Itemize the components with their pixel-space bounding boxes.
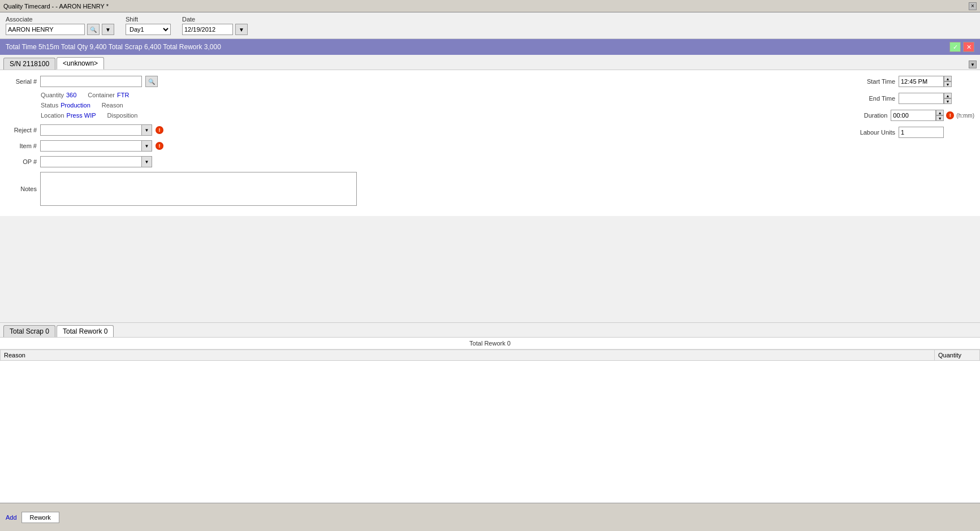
col-quantity: Quantity (935, 350, 980, 361)
associate-group: Associate 🔍 ▼ (6, 16, 114, 35)
reject-input-group: ▼ (40, 124, 152, 136)
location-pair: Location Press WIP (41, 112, 96, 119)
item-row: Item # ▼ ! (6, 140, 839, 152)
item-dropdown-btn[interactable]: ▼ (142, 140, 152, 152)
rework-button[interactable]: Rework (21, 512, 59, 523)
rework-table-container: Total Rework 0 Reason Quantity (0, 338, 980, 503)
col-reason: Reason (1, 350, 935, 361)
duration-row: Duration ▲ ▼ ! (h:mm) (850, 110, 974, 121)
end-time-up[interactable]: ▲ (944, 93, 952, 98)
start-time-group: ▲ ▼ (899, 76, 952, 87)
main-content: Serial # 🔍 Quantity 360 Container FTR St… (0, 70, 980, 216)
add-link[interactable]: Add (6, 514, 17, 521)
op-input[interactable] (40, 156, 142, 167)
serial-input[interactable] (40, 76, 142, 87)
info-row-3: Location Press WIP Disposition (41, 112, 839, 119)
duration-hint: (h:mm) (956, 113, 974, 119)
serial-search-button[interactable]: 🔍 (145, 76, 158, 87)
tab-sn2118100[interactable]: S/N 2118100 (3, 58, 55, 70)
footer: Add Rework (0, 503, 980, 531)
start-time-down[interactable]: ▼ (944, 81, 952, 87)
labour-input[interactable] (899, 127, 944, 138)
start-time-row: Start Time ▲ ▼ (850, 76, 974, 87)
notes-label: Notes (6, 185, 37, 192)
duration-down[interactable]: ▼ (936, 115, 944, 121)
window-title: Quality Timecard - - AARON HENRY * (3, 3, 109, 10)
duration-input[interactable] (891, 110, 936, 121)
total-scrap-tab[interactable]: Total Scrap 0 (3, 325, 55, 337)
end-time-group: ▲ ▼ (899, 93, 952, 104)
rework-title: Total Rework 0 (0, 338, 980, 349)
labour-label: Labour Units (850, 129, 895, 136)
start-time-input[interactable] (899, 76, 944, 87)
summary-bar: Total Time 5h15m Total Qty 9,400 Total S… (0, 39, 980, 55)
total-rework-tab[interactable]: Total Rework 0 (57, 325, 114, 337)
date-group: Date ▼ (182, 16, 248, 35)
info-row-1: Quantity 360 Container FTR (41, 92, 839, 98)
associate-input[interactable] (6, 24, 85, 35)
bottom-tabs: Total Scrap 0 Total Rework 0 (0, 323, 980, 338)
shift-select[interactable]: Day1 (126, 24, 171, 35)
notes-textarea[interactable] (40, 172, 357, 206)
reject-label: Reject # (6, 127, 37, 133)
close-summary-button[interactable]: ✕ (963, 42, 974, 52)
form-left: Serial # 🔍 Quantity 360 Container FTR St… (6, 76, 839, 210)
quantity-value[interactable]: 360 (66, 92, 76, 98)
duration-required-icon: ! (946, 111, 954, 119)
close-button[interactable]: × (969, 2, 977, 10)
container-value[interactable]: FTR (117, 92, 129, 98)
tab-unknown[interactable]: <unknown> (57, 57, 104, 70)
reject-dropdown-btn[interactable]: ▼ (142, 124, 152, 136)
notes-row: Notes (6, 172, 839, 206)
end-time-down[interactable]: ▼ (944, 98, 952, 104)
end-time-spinner: ▲ ▼ (944, 93, 952, 104)
duration-spinner: ▲ ▼ (936, 110, 944, 121)
status-pair: Status Production (41, 102, 90, 109)
date-dropdown-icon[interactable]: ▼ (235, 24, 248, 35)
shift-group: Shift Day1 (126, 16, 171, 35)
op-row: OP # ▼ (6, 156, 839, 167)
reject-row: Reject # ▼ ! (6, 124, 839, 136)
item-input[interactable] (40, 140, 142, 152)
op-dropdown-btn[interactable]: ▼ (142, 156, 152, 167)
tab-strip: S/N 2118100 <unknown> ▼ (0, 55, 980, 70)
date-input[interactable] (182, 24, 233, 35)
disposition-key: Disposition (107, 112, 138, 119)
save-button[interactable]: ✓ (949, 42, 961, 52)
associate-dropdown-icon[interactable]: ▼ (102, 24, 114, 35)
end-time-label: End Time (850, 95, 895, 102)
form-right: Start Time ▲ ▼ End Time ▲ ▼ Durati (850, 76, 974, 210)
serial-row: Serial # 🔍 (6, 76, 839, 87)
status-value[interactable]: Production (61, 102, 90, 109)
shift-label: Shift (126, 16, 171, 23)
container-pair: Container FTR (88, 92, 129, 98)
bottom-section: Total Scrap 0 Total Rework 0 Total Rewor… (0, 322, 980, 503)
reject-required-icon: ! (156, 126, 163, 134)
end-time-input[interactable] (899, 93, 944, 104)
item-required-icon: ! (156, 142, 163, 150)
end-time-row: End Time ▲ ▼ (850, 93, 974, 104)
start-time-label: Start Time (850, 78, 895, 85)
rework-data-table: Reason Quantity (0, 349, 980, 361)
associate-label: Associate (6, 16, 114, 23)
quantity-pair: Quantity 360 (41, 92, 76, 98)
duration-up[interactable]: ▲ (936, 110, 944, 115)
tab-dropdown-arrow[interactable]: ▼ (969, 61, 977, 68)
disposition-pair: Disposition (107, 112, 140, 119)
date-label: Date (182, 16, 248, 23)
labour-row: Labour Units (850, 127, 974, 138)
status-key: Status (41, 102, 58, 109)
duration-group: ▲ ▼ ! (h:mm) (891, 110, 974, 121)
item-input-group: ▼ (40, 140, 152, 152)
associate-search-icon[interactable]: 🔍 (87, 24, 100, 35)
location-value[interactable]: Press WIP (67, 112, 96, 119)
info-row-2: Status Production Reason (41, 102, 839, 109)
location-key: Location (41, 112, 64, 119)
start-time-spinner: ▲ ▼ (944, 76, 952, 87)
op-label: OP # (6, 158, 37, 165)
title-bar: Quality Timecard - - AARON HENRY * × (0, 0, 980, 12)
reject-input[interactable] (40, 124, 142, 136)
start-time-up[interactable]: ▲ (944, 76, 952, 81)
summary-actions: ✓ ✕ (949, 42, 974, 52)
container-key: Container (88, 92, 115, 98)
